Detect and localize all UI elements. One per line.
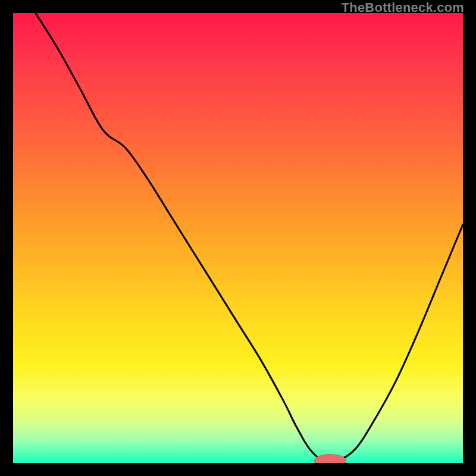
gradient-background xyxy=(13,13,463,463)
bottleneck-chart xyxy=(13,13,463,463)
chart-frame: TheBottleneck.com xyxy=(0,0,476,476)
attribution-text: TheBottleneck.com xyxy=(342,0,464,15)
plot-area xyxy=(13,13,463,463)
